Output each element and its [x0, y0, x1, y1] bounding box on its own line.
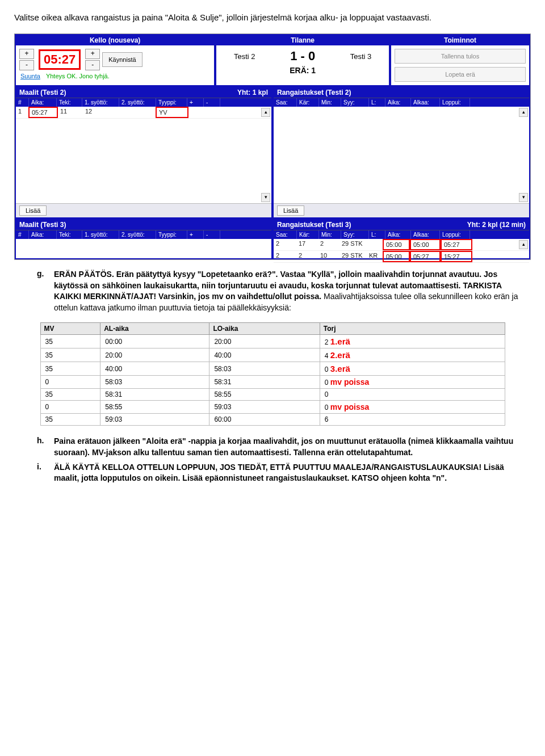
table-row[interactable]: 2 17 2 29 STK 05:00 05:00 05:27: [274, 239, 529, 251]
goals3-header: Maalit (Testi 3): [19, 221, 66, 229]
pen2-header: Rangaistukset (Testi 2): [277, 89, 351, 96]
scroll-up-icon[interactable]: ▴: [261, 108, 270, 117]
list-marker-h: h.: [37, 436, 47, 458]
clock-panel-header: Kello (nouseva): [16, 35, 214, 45]
team2-name: Testi 3: [350, 52, 372, 61]
end-period-button[interactable]: Lopeta erä: [395, 67, 526, 82]
table-row: 3540:0058:030 3.erä: [40, 362, 505, 376]
connection-status: Yhteys OK. Jono tyhjä.: [46, 73, 110, 79]
item-i-text: ÄLÄ KÄYTÄ KELLOA OTTELUN LOPPUUN, JOS TI…: [54, 462, 531, 484]
list-marker-g: g.: [37, 269, 47, 313]
save-result-button[interactable]: Tallenna tulos: [395, 49, 526, 64]
intro-text: Valitse oikea alkava rangaistus ja paina…: [14, 11, 531, 23]
clock-value: 05:27: [39, 49, 81, 70]
clock-plus-right[interactable]: +: [85, 49, 100, 59]
scroll-up-icon[interactable]: ▴: [519, 240, 528, 249]
table-row: 3559:0360:006: [40, 414, 505, 426]
goals2-count: Yht: 1 kpl: [237, 89, 268, 96]
goals2-header: Maalit (Testi 2): [19, 89, 66, 96]
add-goal-button[interactable]: Lisää: [19, 205, 47, 216]
pen2-columns: Saa: Kär: Min: Syy: L: Aika: Alkaa: Lopp…: [274, 98, 529, 107]
clock-minus-right[interactable]: -: [85, 60, 100, 70]
clock-start-button[interactable]: Käynnistä: [102, 52, 142, 67]
item-g-text: ERÄN PÄÄTÖS. Erän päätyttyä kysyy "Lopet…: [54, 269, 531, 313]
pen3-header: Rangaistukset (Testi 3): [277, 221, 351, 229]
status-panel-header: Tilanne: [216, 35, 389, 45]
period-label: ERÄ: 1: [216, 66, 389, 75]
clock-minus-left[interactable]: -: [19, 60, 34, 70]
scroll-up-icon[interactable]: ▴: [519, 108, 528, 117]
table-row[interactable]: 1 05:27 11 12 YV: [16, 107, 271, 119]
pen3-columns: Saa: Kär: Min: Syy: L: Aika: Alkaa: Lopp…: [274, 230, 529, 239]
clock-plus-left[interactable]: +: [19, 49, 34, 59]
goals3-columns: # Aika: Teki: 1. syöttö: 2. syöttö: Tyyp…: [16, 230, 271, 239]
item-h-text: Paina erätauon jälkeen "Aloita erä" -nap…: [54, 436, 531, 458]
add-penalty-button[interactable]: Lisää: [277, 205, 304, 216]
scroll-down-icon[interactable]: ▾: [519, 193, 528, 202]
table-row: 3520:0040:004 2.erä: [40, 348, 505, 362]
team1-name: Testi 2: [234, 52, 255, 61]
mv-table: MV AL-aika LO-aika Torj 3500:0020:002 1.…: [40, 322, 505, 426]
direction-link[interactable]: Suunta: [20, 73, 40, 79]
table-row: 3558:3158:550: [40, 389, 505, 401]
table-row[interactable]: 2 2 10 29 STK KR 05:00 05:27 15:27: [274, 251, 529, 263]
goals2-columns: # Aika: Teki: 1. syöttö: 2. syöttö: Tyyp…: [16, 98, 271, 107]
scroll-down-icon[interactable]: ▾: [261, 193, 270, 202]
table-row: 058:5559:030 mv poissa: [40, 401, 505, 414]
actions-panel-header: Toiminnot: [391, 35, 529, 45]
table-row: 3500:0020:002 1.erä: [40, 335, 505, 348]
score-value: 1 - 0: [290, 49, 315, 64]
table-row: 058:0358:310 mv poissa: [40, 376, 505, 389]
scoreboard-screenshot: Kello (nouseva) + - 05:27 + - Käynnistä …: [14, 33, 531, 260]
pen3-count: Yht: 2 kpl (12 min): [467, 221, 526, 229]
list-marker-i: i.: [37, 462, 47, 484]
